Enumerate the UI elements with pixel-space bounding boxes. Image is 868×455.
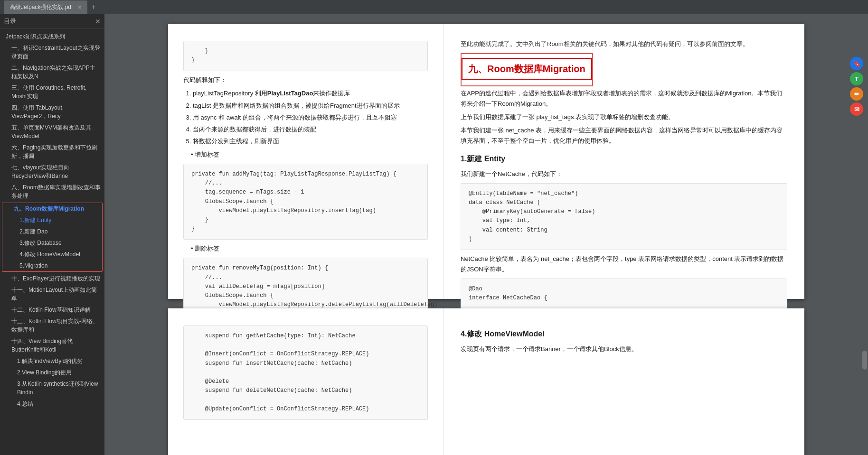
explanation-title: 代码解释如下：: [183, 75, 428, 85]
scroll-thumb[interactable]: [862, 351, 867, 370]
code-block-add-tag: private fun addMyTag(tag: PlayListTagRes…: [183, 164, 428, 240]
toc-item-s14-1[interactable]: 1.解决findViewByld的优劣: [0, 355, 104, 367]
chapter-title-box: 九、Room数据库Migration: [461, 53, 593, 86]
pdf-viewer[interactable]: } } 代码解释如下： playListTagRepository 利用Play…: [104, 14, 868, 455]
toc-item-s12[interactable]: 十二、Kotlin Flow基础知识详解: [0, 304, 104, 316]
toc-item-s9-5[interactable]: 5.Migration: [2, 260, 102, 271]
toc-item-s7[interactable]: 七、vlayout实现栏目向RecyclerView和Banne: [0, 162, 104, 182]
explanation-item-3: 用 async 和 await 的组合，将两个来源的数据获取都异步进行，且互不阻…: [193, 112, 428, 123]
toc-item-s1[interactable]: 一、初识ConstraintLayout之实现登录页面: [0, 42, 104, 62]
code-block-dao-methods: suspend fun getNetCache(type: Int): NetC…: [183, 325, 428, 420]
toc-item-s14-3[interactable]: 3.从Kotlin synthetics迁移到View Bindin: [0, 378, 104, 398]
title-bar: 高级Jetpack强化实战.pdf ✕ +: [0, 0, 868, 14]
explanation-item-5: 将数据分发到主线程，刷新界面: [193, 136, 428, 147]
pdf-tab[interactable]: 高级Jetpack强化实战.pdf ✕: [4, 0, 87, 14]
bullet-delete-tag: 删除标签: [191, 243, 428, 254]
toc-item-s13[interactable]: 十三、Kotlin Flow项目实战-网络、数据库和: [0, 316, 104, 335]
sidebar-header: 目录 ✕: [0, 14, 104, 29]
tab-label: 高级Jetpack强化实战.pdf: [9, 3, 73, 11]
toc-item-s14[interactable]: 十四、View Binding替代ButterKnife和Kotli: [0, 335, 104, 355]
bookmark-icon-button[interactable]: 🔖: [850, 57, 863, 70]
toc-item-s10[interactable]: 十、ExoPlayer进行视频播放的实现: [0, 273, 104, 284]
toc-item-s3[interactable]: 三、使用 Coroutines, Retrofit, Moshi实现: [0, 82, 104, 102]
sidebar: 目录 ✕ Jetpack知识点实战系列 一、初识ConstraintLayout…: [0, 14, 104, 455]
code-block-entity: @Entity(tableName = "net_cache") data cl…: [461, 183, 787, 250]
toc-item-s5[interactable]: 五、单页面MVVM架构改造及其ViewModel: [0, 122, 104, 142]
toc-item-s9-3[interactable]: 3.修改 Database: [2, 237, 102, 249]
text-icon-button[interactable]: T: [850, 72, 863, 85]
edit-icon-button[interactable]: ✏: [850, 87, 863, 101]
intro-2: 上节我们用数据库建了一张 play_list_tags 表实现了歌单标签的增删改…: [461, 112, 787, 122]
page-top-note: 至此功能就完成了。文中列出了Room相关的关键代码，如果对其他的代码有疑问，可以…: [461, 39, 787, 49]
pdf-page-right-1: 至此功能就完成了。文中列出了Room相关的关键代码，如果对其他的代码有疑问，可以…: [443, 24, 804, 299]
toc-item-s11[interactable]: 十一、MotionLayout上动画如此简单: [0, 284, 104, 304]
toc-item-s2[interactable]: 二、Navigation实战之实现APP主框架以及N: [0, 62, 104, 82]
main-container: 目录 ✕ Jetpack知识点实战系列 一、初识ConstraintLayout…: [0, 14, 868, 455]
section1-heading: 1.新建 Entity: [461, 152, 787, 165]
bullet-add-tag: 增加标签: [191, 149, 428, 160]
pdf-page-left-2: suspend fun getNetCache(type: Int): NetC…: [168, 308, 443, 455]
pdf-page-1: } } 代码解释如下： playListTagRepository 利用Play…: [168, 24, 804, 299]
sidebar-content: Jetpack知识点实战系列 一、初识ConstraintLayout之实现登录…: [0, 29, 104, 455]
section4-heading: 4.修改 HomeViewModel: [461, 327, 787, 340]
code-block-closing: } }: [183, 41, 428, 71]
toc-item-s4[interactable]: 四、使用 TabLayout, ViewPager2，Recy: [0, 102, 104, 122]
toc-item-s9-1[interactable]: 1.新建 Entity: [2, 214, 102, 226]
mail-icon-button[interactable]: ✉: [850, 102, 863, 116]
toc-item-s14-4[interactable]: 4.总结: [0, 398, 104, 409]
toc-item-s14-2[interactable]: 2.View Binding的使用: [0, 367, 104, 378]
toc-item-s9-2[interactable]: 2.新建 Dao: [2, 226, 102, 237]
toc-item-s0[interactable]: Jetpack知识点实战系列: [0, 31, 104, 42]
tab-close-button[interactable]: ✕: [77, 4, 82, 10]
toc-item-s9-4[interactable]: 4.修改 HomeViewModel: [2, 249, 102, 260]
toc-item-s8[interactable]: 八、Room数据库实现增删改查和事务处理: [0, 182, 104, 202]
intro-3: 本节我们建一张 net_cache 表，用来缓存一些主要界面的网络数据内容，这样…: [461, 125, 787, 146]
chapter-heading: 九、Room数据库Migration: [462, 58, 592, 80]
sidebar-title: 目录: [4, 17, 16, 26]
explanation-list: playListTagRepository 利用PlayListTagDao来操…: [193, 88, 428, 146]
section4-p1: 发现页有两个请求，一个请求Banner，一个请求其他Block信息。: [461, 344, 787, 354]
sidebar-close-button[interactable]: ✕: [95, 18, 101, 25]
section1-p1: 我们新建一个NetCache，代码如下：: [461, 169, 787, 179]
toc-item-s9[interactable]: 九、Room数据库Migration: [2, 203, 102, 214]
pdf-page-left-1: } } 代码解释如下： playListTagRepository 利用Play…: [168, 24, 443, 299]
pdf-page-2: suspend fun getNetCache(type: Int): NetC…: [168, 308, 804, 455]
explanation-item-2: tagList 是数据库和网络数据的组合数据，被提供给Fragment进行界面的…: [193, 101, 428, 111]
tab-add-button[interactable]: +: [91, 3, 95, 11]
toc-item-s6[interactable]: 六、Paging实现加载更多和下拉刷新，播调: [0, 142, 104, 162]
pdf-page-right-2: 4.修改 HomeViewModel 发现页有两个请求，一个请求Banner，一…: [443, 308, 804, 455]
right-icons-panel: 🔖 T ✏ ✉: [850, 57, 863, 116]
section1-p2: NetCache 比较简单，表名为 net_cache；表包含两个字段，type…: [461, 254, 787, 275]
explanation-item-4: 当两个来源的数据都获得后，进行数据的装配: [193, 124, 428, 135]
explanation-item-1: playListTagRepository 利用PlayListTagDao来操…: [193, 88, 428, 99]
intro-1: 在APP的迭代过程中，会遇到给数据库表增加字段或者增加表的的需求，这时候就涉及到…: [461, 88, 787, 109]
